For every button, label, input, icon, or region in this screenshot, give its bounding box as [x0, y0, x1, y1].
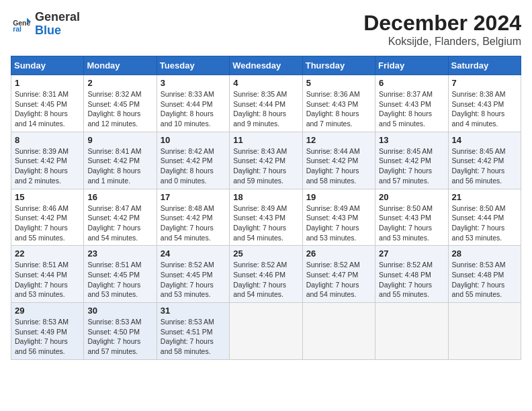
calendar-cell: 13Sunrise: 8:45 AMSunset: 4:42 PMDayligh…: [375, 132, 448, 189]
day-number: 25: [233, 248, 298, 259]
day-number: 20: [379, 192, 444, 202]
weekday-header-wednesday: Wednesday: [230, 56, 302, 75]
day-number: 14: [452, 135, 517, 145]
calendar-cell: 23Sunrise: 8:51 AMSunset: 4:45 PMDayligh…: [84, 246, 157, 303]
calendar-table: SundayMondayTuesdayWednesdayThursdayFrid…: [11, 56, 521, 360]
calendar-cell: 6Sunrise: 8:37 AMSunset: 4:43 PMDaylight…: [375, 75, 448, 132]
logo-text: General Blue: [35, 11, 80, 38]
day-number: 23: [87, 248, 152, 259]
day-info: Sunrise: 8:45 AMSunset: 4:42 PMDaylight:…: [379, 146, 444, 186]
calendar-cell: 5Sunrise: 8:36 AMSunset: 4:43 PMDaylight…: [302, 75, 375, 132]
calendar-cell: [375, 303, 448, 360]
calendar-cell: 4Sunrise: 8:35 AMSunset: 4:44 PMDaylight…: [230, 75, 302, 132]
day-info: Sunrise: 8:44 AMSunset: 4:42 PMDaylight:…: [306, 146, 371, 186]
day-number: 13: [379, 135, 444, 145]
week-row-3: 15Sunrise: 8:46 AMSunset: 4:42 PMDayligh…: [11, 189, 521, 246]
calendar-cell: 3Sunrise: 8:33 AMSunset: 4:44 PMDaylight…: [157, 75, 229, 132]
calendar-cell: 28Sunrise: 8:53 AMSunset: 4:48 PMDayligh…: [448, 246, 521, 303]
weekday-header-row: SundayMondayTuesdayWednesdayThursdayFrid…: [11, 56, 521, 75]
day-number: 29: [15, 306, 80, 316]
day-info: Sunrise: 8:43 AMSunset: 4:42 PMDaylight:…: [233, 146, 298, 186]
day-info: Sunrise: 8:53 AMSunset: 4:51 PMDaylight:…: [161, 317, 226, 357]
day-number: 5: [306, 78, 371, 88]
calendar-cell: 26Sunrise: 8:52 AMSunset: 4:47 PMDayligh…: [302, 246, 375, 303]
day-number: 12: [306, 135, 371, 145]
day-info: Sunrise: 8:53 AMSunset: 4:49 PMDaylight:…: [15, 317, 80, 357]
calendar-cell: 9Sunrise: 8:41 AMSunset: 4:42 PMDaylight…: [84, 132, 157, 189]
day-number: 19: [306, 192, 371, 202]
week-row-1: 1Sunrise: 8:31 AMSunset: 4:45 PMDaylight…: [11, 75, 521, 132]
calendar-cell: 2Sunrise: 8:32 AMSunset: 4:45 PMDaylight…: [84, 75, 157, 132]
day-info: Sunrise: 8:49 AMSunset: 4:43 PMDaylight:…: [233, 203, 298, 243]
weekday-header-tuesday: Tuesday: [157, 56, 229, 75]
day-info: Sunrise: 8:52 AMSunset: 4:45 PMDaylight:…: [161, 260, 226, 300]
calendar-cell: [448, 303, 521, 360]
calendar-cell: 8Sunrise: 8:39 AMSunset: 4:42 PMDaylight…: [11, 132, 84, 189]
day-info: Sunrise: 8:45 AMSunset: 4:42 PMDaylight:…: [452, 146, 517, 186]
day-info: Sunrise: 8:51 AMSunset: 4:45 PMDaylight:…: [87, 260, 152, 300]
day-number: 10: [161, 135, 226, 145]
calendar-cell: 7Sunrise: 8:38 AMSunset: 4:43 PMDaylight…: [448, 75, 521, 132]
calendar-cell: 29Sunrise: 8:53 AMSunset: 4:49 PMDayligh…: [11, 303, 84, 360]
calendar-cell: 25Sunrise: 8:52 AMSunset: 4:46 PMDayligh…: [230, 246, 302, 303]
calendar-cell: 21Sunrise: 8:50 AMSunset: 4:44 PMDayligh…: [448, 189, 521, 246]
calendar-cell: 16Sunrise: 8:47 AMSunset: 4:42 PMDayligh…: [84, 189, 157, 246]
day-info: Sunrise: 8:36 AMSunset: 4:43 PMDaylight:…: [306, 89, 371, 129]
calendar-title: December 2024: [363, 11, 521, 36]
calendar-cell: 15Sunrise: 8:46 AMSunset: 4:42 PMDayligh…: [11, 189, 84, 246]
day-number: 16: [87, 192, 152, 202]
day-number: 22: [15, 248, 80, 259]
day-info: Sunrise: 8:47 AMSunset: 4:42 PMDaylight:…: [87, 203, 152, 243]
calendar-cell: 18Sunrise: 8:49 AMSunset: 4:43 PMDayligh…: [230, 189, 302, 246]
day-number: 31: [161, 306, 226, 316]
weekday-header-thursday: Thursday: [302, 56, 375, 75]
calendar-cell: [230, 303, 302, 360]
calendar-cell: 17Sunrise: 8:48 AMSunset: 4:42 PMDayligh…: [157, 189, 229, 246]
day-info: Sunrise: 8:53 AMSunset: 4:50 PMDaylight:…: [87, 317, 152, 357]
day-info: Sunrise: 8:38 AMSunset: 4:43 PMDaylight:…: [452, 89, 517, 129]
title-block: December 2024 Koksijde, Flanders, Belgiu…: [363, 11, 521, 48]
logo: Gene ral General Blue: [11, 11, 80, 38]
day-info: Sunrise: 8:52 AMSunset: 4:48 PMDaylight:…: [379, 260, 444, 300]
day-number: 18: [233, 192, 298, 202]
logo-icon: Gene ral: [11, 13, 32, 35]
day-number: 4: [233, 78, 298, 88]
day-number: 27: [379, 248, 444, 259]
calendar-cell: 30Sunrise: 8:53 AMSunset: 4:50 PMDayligh…: [84, 303, 157, 360]
calendar-cell: 27Sunrise: 8:52 AMSunset: 4:48 PMDayligh…: [375, 246, 448, 303]
weekday-header-sunday: Sunday: [11, 56, 84, 75]
calendar-cell: 20Sunrise: 8:50 AMSunset: 4:43 PMDayligh…: [375, 189, 448, 246]
calendar-cell: 12Sunrise: 8:44 AMSunset: 4:42 PMDayligh…: [302, 132, 375, 189]
calendar-cell: 22Sunrise: 8:51 AMSunset: 4:44 PMDayligh…: [11, 246, 84, 303]
day-info: Sunrise: 8:50 AMSunset: 4:44 PMDaylight:…: [452, 203, 517, 243]
day-info: Sunrise: 8:37 AMSunset: 4:43 PMDaylight:…: [379, 89, 444, 129]
day-number: 7: [452, 78, 517, 88]
day-info: Sunrise: 8:41 AMSunset: 4:42 PMDaylight:…: [87, 146, 152, 186]
day-number: 3: [161, 78, 226, 88]
weekday-header-saturday: Saturday: [448, 56, 521, 75]
day-info: Sunrise: 8:31 AMSunset: 4:45 PMDaylight:…: [15, 89, 80, 129]
calendar-cell: [302, 303, 375, 360]
day-info: Sunrise: 8:39 AMSunset: 4:42 PMDaylight:…: [15, 146, 80, 186]
week-row-5: 29Sunrise: 8:53 AMSunset: 4:49 PMDayligh…: [11, 303, 521, 360]
day-info: Sunrise: 8:51 AMSunset: 4:44 PMDaylight:…: [15, 260, 80, 300]
day-number: 26: [306, 248, 371, 259]
day-number: 8: [15, 135, 80, 145]
svg-text:ral: ral: [13, 26, 21, 33]
day-info: Sunrise: 8:33 AMSunset: 4:44 PMDaylight:…: [161, 89, 226, 129]
day-number: 9: [87, 135, 152, 145]
calendar-subtitle: Koksijde, Flanders, Belgium: [363, 36, 521, 48]
day-number: 30: [87, 306, 152, 316]
day-info: Sunrise: 8:32 AMSunset: 4:45 PMDaylight:…: [87, 89, 152, 129]
calendar-cell: 19Sunrise: 8:49 AMSunset: 4:43 PMDayligh…: [302, 189, 375, 246]
calendar-cell: 31Sunrise: 8:53 AMSunset: 4:51 PMDayligh…: [157, 303, 229, 360]
day-info: Sunrise: 8:52 AMSunset: 4:46 PMDaylight:…: [233, 260, 298, 300]
day-number: 11: [233, 135, 298, 145]
day-number: 6: [379, 78, 444, 88]
day-number: 28: [452, 248, 517, 259]
week-row-2: 8Sunrise: 8:39 AMSunset: 4:42 PMDaylight…: [11, 132, 521, 189]
day-number: 15: [15, 192, 80, 202]
calendar-cell: 24Sunrise: 8:52 AMSunset: 4:45 PMDayligh…: [157, 246, 229, 303]
day-info: Sunrise: 8:50 AMSunset: 4:43 PMDaylight:…: [379, 203, 444, 243]
day-info: Sunrise: 8:52 AMSunset: 4:47 PMDaylight:…: [306, 260, 371, 300]
